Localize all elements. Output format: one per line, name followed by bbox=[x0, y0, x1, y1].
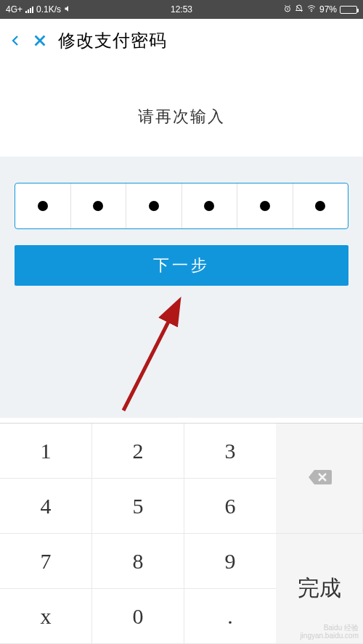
key-7[interactable]: 7 bbox=[0, 534, 92, 589]
back-button[interactable] bbox=[9, 30, 22, 51]
backspace-key[interactable] bbox=[276, 424, 363, 534]
pin-cell bbox=[71, 183, 127, 228]
numeric-keypad: 1 2 3 4 5 6 7 8 9 x 0 . bbox=[0, 423, 363, 644]
done-key-label: 完成 bbox=[298, 574, 341, 603]
network-type: 4G+ bbox=[6, 4, 23, 15]
dnd-icon bbox=[295, 4, 303, 15]
next-button[interactable]: 下一步 bbox=[15, 245, 348, 286]
pin-dot-icon bbox=[93, 201, 103, 211]
key-1[interactable]: 1 bbox=[0, 424, 92, 479]
app-header: 修改支付密码 bbox=[0, 19, 363, 62]
svg-line-2 bbox=[123, 303, 178, 410]
alarm-icon bbox=[283, 4, 292, 15]
pin-cell bbox=[126, 183, 182, 228]
battery-icon bbox=[340, 6, 357, 14]
key-6[interactable]: 6 bbox=[184, 479, 276, 534]
status-bar: 4G+ 0.1K/s 12:53 97% bbox=[0, 0, 363, 19]
pin-dot-icon bbox=[38, 201, 48, 211]
close-button[interactable] bbox=[32, 33, 48, 49]
pin-dot-icon bbox=[149, 201, 159, 211]
key-2[interactable]: 2 bbox=[92, 424, 184, 479]
pin-cell bbox=[15, 183, 71, 228]
pin-input[interactable] bbox=[15, 183, 348, 229]
volume-icon bbox=[64, 4, 73, 15]
next-button-label: 下一步 bbox=[153, 255, 210, 276]
svg-point-1 bbox=[311, 11, 311, 12]
pin-dot-icon bbox=[260, 201, 270, 211]
status-left: 4G+ 0.1K/s bbox=[6, 4, 73, 15]
key-8[interactable]: 8 bbox=[92, 534, 184, 589]
pin-area: 下一步 bbox=[0, 157, 363, 418]
network-speed: 0.1K/s bbox=[36, 4, 61, 15]
prompt-text: 请再次输入 bbox=[0, 106, 363, 128]
done-key[interactable]: 完成 bbox=[276, 534, 363, 644]
status-time: 12:53 bbox=[171, 4, 192, 15]
battery-pct: 97% bbox=[319, 4, 337, 15]
annotation-arrow-icon bbox=[116, 294, 196, 418]
pin-dot-icon bbox=[315, 201, 325, 211]
pin-cell bbox=[237, 183, 293, 228]
backspace-icon bbox=[307, 466, 332, 491]
key-dot[interactable]: . bbox=[184, 589, 276, 644]
key-3[interactable]: 3 bbox=[184, 424, 276, 479]
signal-icon bbox=[25, 7, 33, 13]
wifi-icon bbox=[306, 4, 317, 15]
key-0[interactable]: 0 bbox=[92, 589, 184, 644]
key-9[interactable]: 9 bbox=[184, 534, 276, 589]
page-title: 修改支付密码 bbox=[58, 29, 167, 52]
key-x[interactable]: x bbox=[0, 589, 92, 644]
pin-cell bbox=[293, 183, 348, 228]
pin-dot-icon bbox=[204, 201, 214, 211]
key-5[interactable]: 5 bbox=[92, 479, 184, 534]
status-right: 97% bbox=[283, 4, 357, 15]
pin-cell bbox=[182, 183, 238, 228]
key-4[interactable]: 4 bbox=[0, 479, 92, 534]
